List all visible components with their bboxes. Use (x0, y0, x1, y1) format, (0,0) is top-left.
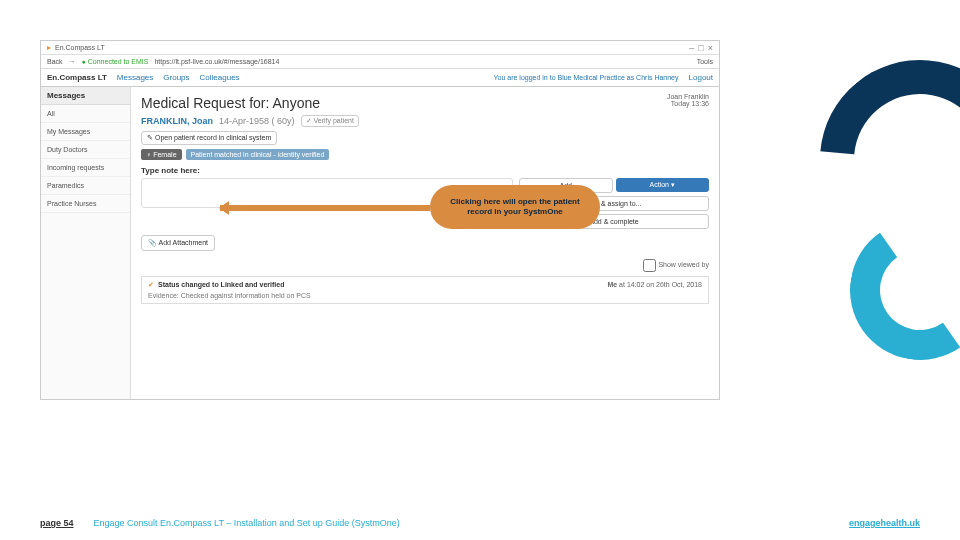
nav-groups[interactable]: Groups (163, 73, 189, 82)
gender-badge: ♀ Female (141, 149, 182, 160)
brand-logo-e (820, 60, 960, 280)
open-patient-record-button[interactable]: ✎ Open patient record in clinical system (141, 131, 277, 145)
favicon: ▸ (47, 43, 51, 52)
tools-menu[interactable]: Tools (697, 58, 713, 65)
document-title: Engage Consult En.Compass LT – Installat… (94, 518, 400, 528)
message-author-info: Joan Franklin Today 13:36 (667, 93, 709, 107)
sidebar-item-all[interactable]: All (41, 105, 130, 123)
close-icon[interactable]: × (708, 43, 713, 53)
show-viewed-checkbox[interactable] (643, 259, 656, 272)
maximize-icon[interactable]: □ (698, 43, 703, 53)
sidebar: Messages All My Messages Duty Doctors In… (41, 87, 131, 399)
back-button[interactable]: Back (47, 58, 63, 65)
forward-icon[interactable]: → (69, 58, 76, 65)
sidebar-item-my-messages[interactable]: My Messages (41, 123, 130, 141)
logout-link[interactable]: Logout (689, 73, 713, 82)
browser-toolbar: Back → ● Connected to EMIS https://lt.ps… (41, 55, 719, 69)
minimize-icon[interactable]: – (689, 43, 694, 53)
add-attachment-button[interactable]: 📎 Add Attachment (141, 235, 215, 251)
url-display[interactable]: https://lt.psf-live.co.uk/#/message/1681… (154, 58, 279, 65)
patient-name: FRANKLIN, Joan (141, 116, 213, 126)
show-viewed-toggle[interactable]: Show viewed by (141, 259, 709, 272)
note-label: Type note here: (141, 166, 709, 175)
verify-patient-button[interactable]: ✓ Verify patient (301, 115, 359, 127)
website-link[interactable]: engagehealth.uk (849, 518, 920, 528)
sidebar-item-duty-doctors[interactable]: Duty Doctors (41, 141, 130, 159)
nav-colleagues[interactable]: Colleagues (200, 73, 240, 82)
page-title: Medical Request for: Anyone (141, 95, 709, 111)
login-status: You are logged in to Blue Medical Practi… (494, 74, 679, 81)
app-screenshot: ▸ En.Compass LT – □ × Back → ● Connected… (40, 40, 720, 400)
status-text: Status changed to Linked and verified (158, 281, 284, 289)
slide-footer: page 54 Engage Consult En.Compass LT – I… (0, 518, 960, 528)
status-entry: ✔ Status changed to Linked and verified … (141, 276, 709, 304)
main-content: Joan Franklin Today 13:36 Medical Reques… (131, 87, 719, 399)
action-menu-button[interactable]: Action ▾ (616, 178, 710, 192)
sidebar-item-practice-nurses[interactable]: Practice Nurses (41, 195, 130, 213)
sidebar-item-paramedics[interactable]: Paramedics (41, 177, 130, 195)
emis-status: ● Connected to EMIS (82, 58, 149, 65)
status-meta: Me at 14:02 on 26th Oct, 2018 (607, 281, 702, 289)
callout-arrow (220, 205, 430, 211)
patient-dob: 14-Apr-1958 ( 60y) (219, 116, 295, 126)
sidebar-item-incoming[interactable]: Incoming requests (41, 159, 130, 177)
browser-tab-bar: ▸ En.Compass LT – □ × (41, 41, 719, 55)
status-evidence: Evidence: Checked against information he… (148, 292, 702, 299)
verified-badge: Patient matched in clinical - identity v… (186, 149, 330, 160)
check-icon: ✔ (148, 281, 154, 289)
sidebar-header: Messages (41, 87, 130, 105)
page-number: page 54 (40, 518, 74, 528)
app-brand: En.Compass LT (47, 73, 107, 82)
nav-messages[interactable]: Messages (117, 73, 153, 82)
tab-title: En.Compass LT (55, 44, 685, 51)
patient-summary: FRANKLIN, Joan 14-Apr-1958 ( 60y) ✓ Veri… (141, 115, 709, 127)
app-navbar: En.Compass LT Messages Groups Colleagues… (41, 69, 719, 87)
callout-bubble: Clicking here will open the patient reco… (430, 185, 600, 229)
